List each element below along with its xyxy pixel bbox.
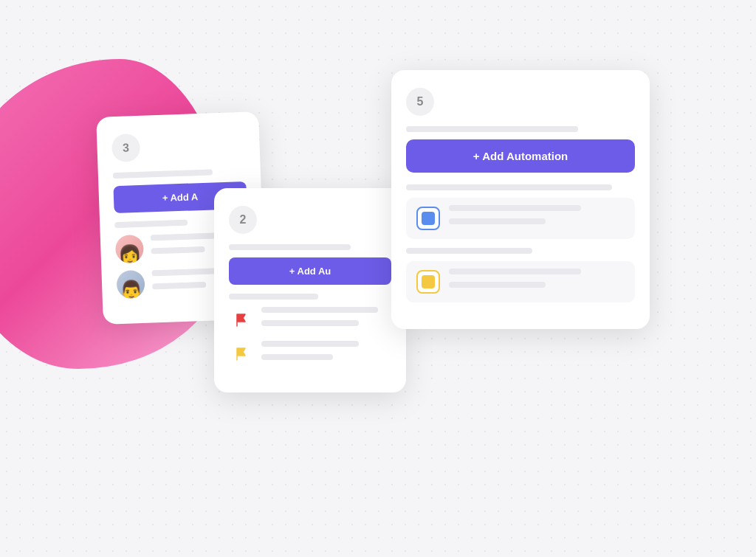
card-3-number: 5	[406, 88, 434, 116]
card-3-item-yellow	[406, 261, 635, 302]
card-3-line-1	[406, 184, 612, 190]
card-1-number: 3	[111, 134, 140, 162]
avatar-male: 👨	[116, 270, 145, 299]
card-3-item-blue	[406, 198, 635, 239]
checkbox-yellow-icon	[416, 270, 440, 294]
card-2-line-1	[229, 244, 351, 250]
card-2-add-button[interactable]: + Add Au	[229, 257, 391, 285]
card-1-line-1	[113, 169, 213, 179]
card-2-line-2	[229, 294, 318, 300]
flag-yellow-icon	[229, 342, 254, 367]
card-2-number: 2	[229, 206, 257, 234]
card-3: 5 + Add Automation	[391, 70, 650, 329]
flag-red-icon	[229, 308, 254, 333]
card-2-flag-row-1	[229, 307, 391, 333]
avatar-female: 👩	[115, 235, 144, 263]
card-3-line-2	[406, 248, 532, 254]
card-3-add-button[interactable]: + Add Automation	[406, 139, 635, 173]
card-2: 2 + Add Au	[214, 188, 406, 392]
card-3-line-top	[406, 126, 578, 132]
card-1-line-2	[114, 220, 188, 228]
card-2-flag-row-2	[229, 341, 391, 367]
checkbox-blue-icon	[416, 207, 440, 230]
